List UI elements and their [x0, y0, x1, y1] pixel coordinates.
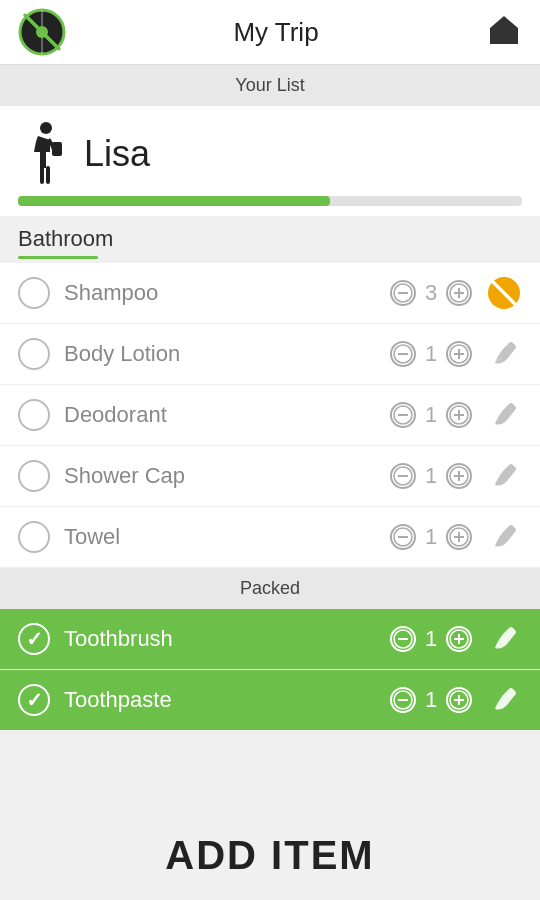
item-name-toothpaste: Toothpaste	[64, 687, 376, 713]
item-name-body-lotion: Body Lotion	[64, 341, 376, 367]
svg-rect-7	[40, 166, 44, 184]
item-checkbox-toothbrush[interactable]: ✓	[18, 623, 50, 655]
qty-toothbrush: 1	[422, 626, 440, 652]
increase-btn-shampoo[interactable]	[446, 280, 472, 306]
checkmark-toothbrush: ✓	[26, 627, 43, 651]
qty-body-lotion: 1	[422, 341, 440, 367]
add-item-button[interactable]: ADD ITEM	[165, 833, 374, 877]
decrease-btn-body-lotion[interactable]	[390, 341, 416, 367]
user-avatar	[18, 120, 70, 188]
home-button[interactable]	[486, 12, 522, 52]
item-checkbox-towel[interactable]	[18, 521, 50, 553]
item-checkbox-deodorant[interactable]	[18, 399, 50, 431]
blocked-icon-shampoo[interactable]	[486, 275, 522, 311]
category-title: Bathroom	[18, 226, 522, 256]
decrease-btn-deodorant[interactable]	[390, 402, 416, 428]
category-underline	[18, 256, 98, 259]
add-item-section[interactable]: ADD ITEM	[0, 811, 540, 900]
list-item: Body Lotion 1	[0, 324, 540, 385]
edit-icon-toothpaste[interactable]	[486, 682, 522, 718]
checkmark-toothpaste: ✓	[26, 688, 43, 712]
increase-btn-towel[interactable]	[446, 524, 472, 550]
header: My Trip	[0, 0, 540, 65]
qty-deodorant: 1	[422, 402, 440, 428]
progress-container	[0, 188, 540, 216]
edit-icon-shower-cap[interactable]	[486, 458, 522, 494]
svg-point-6	[40, 122, 52, 134]
item-checkbox-shampoo[interactable]	[18, 277, 50, 309]
packed-list: ✓ Toothbrush 1 ✓ Toothpaste 1	[0, 609, 540, 731]
packed-list-item: ✓ Toothbrush 1	[0, 609, 540, 670]
item-checkbox-shower-cap[interactable]	[18, 460, 50, 492]
page-title: My Trip	[233, 17, 318, 48]
svg-rect-5	[499, 34, 509, 44]
item-name-deodorant: Deodorant	[64, 402, 376, 428]
packed-list-item: ✓ Toothpaste 1	[0, 670, 540, 731]
edit-icon-body-lotion[interactable]	[486, 336, 522, 372]
qty-toothpaste: 1	[422, 687, 440, 713]
item-controls-shampoo: 3	[390, 280, 472, 306]
app-logo[interactable]	[18, 8, 66, 56]
list-item: Shower Cap 1	[0, 446, 540, 507]
progress-track	[18, 196, 522, 206]
increase-btn-deodorant[interactable]	[446, 402, 472, 428]
qty-shower-cap: 1	[422, 463, 440, 489]
svg-rect-8	[46, 166, 50, 184]
svg-rect-9	[52, 142, 62, 156]
item-name-towel: Towel	[64, 524, 376, 550]
list-item: Shampoo 3	[0, 263, 540, 324]
item-controls-toothpaste: 1	[390, 687, 472, 713]
increase-btn-body-lotion[interactable]	[446, 341, 472, 367]
category-section: Bathroom	[0, 216, 540, 259]
item-controls-shower-cap: 1	[390, 463, 472, 489]
user-name: Lisa	[84, 133, 150, 175]
item-controls-deodorant: 1	[390, 402, 472, 428]
item-checkbox-toothpaste[interactable]: ✓	[18, 684, 50, 716]
item-checkbox-body-lotion[interactable]	[18, 338, 50, 370]
decrease-btn-shower-cap[interactable]	[390, 463, 416, 489]
decrease-btn-toothpaste[interactable]	[390, 687, 416, 713]
item-name-shower-cap: Shower Cap	[64, 463, 376, 489]
your-list-bar: Your List	[0, 65, 540, 106]
list-item: Towel 1	[0, 507, 540, 568]
item-controls-toothbrush: 1	[390, 626, 472, 652]
qty-shampoo: 3	[422, 280, 440, 306]
unpacked-list: Shampoo 3 Body Lotion 1	[0, 263, 540, 568]
qty-towel: 1	[422, 524, 440, 550]
user-section: Lisa	[0, 106, 540, 188]
item-controls-towel: 1	[390, 524, 472, 550]
progress-fill	[18, 196, 330, 206]
increase-btn-toothbrush[interactable]	[446, 626, 472, 652]
increase-btn-shower-cap[interactable]	[446, 463, 472, 489]
increase-btn-toothpaste[interactable]	[446, 687, 472, 713]
decrease-btn-towel[interactable]	[390, 524, 416, 550]
edit-icon-deodorant[interactable]	[486, 397, 522, 433]
item-controls-body-lotion: 1	[390, 341, 472, 367]
packed-bar: Packed	[0, 568, 540, 609]
edit-icon-toothbrush[interactable]	[486, 621, 522, 657]
item-name-shampoo: Shampoo	[64, 280, 376, 306]
edit-icon-towel[interactable]	[486, 519, 522, 555]
item-name-toothbrush: Toothbrush	[64, 626, 376, 652]
decrease-btn-toothbrush[interactable]	[390, 626, 416, 652]
list-item: Deodorant 1	[0, 385, 540, 446]
decrease-btn-shampoo[interactable]	[390, 280, 416, 306]
